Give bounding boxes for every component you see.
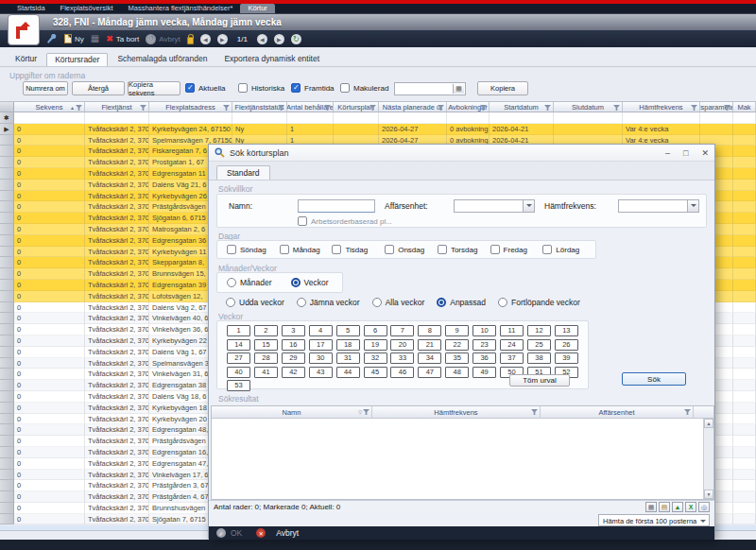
dropdown-button[interactable] xyxy=(687,200,698,212)
copy-date-input[interactable]: ▦ xyxy=(394,82,466,95)
week-button-10[interactable]: 10 xyxy=(472,325,496,336)
row-selector[interactable] xyxy=(0,146,14,157)
result-col-affärsenhet[interactable]: Affärsenhet xyxy=(541,406,694,418)
fetch-count-select[interactable]: Hämta de första 100 posterna xyxy=(598,514,710,526)
tab-körtur[interactable]: Körtur xyxy=(240,4,274,13)
col-header-antal[interactable]: Antal behållare xyxy=(287,102,334,112)
radio-alla-veckor[interactable]: Alla veckor xyxy=(372,298,425,307)
row-selector[interactable] xyxy=(0,135,14,146)
next-record-button[interactable]: ▶ xyxy=(217,34,228,44)
week-button-25[interactable]: 25 xyxy=(527,339,551,351)
day-checkbox-tisdag[interactable]: Tisdag xyxy=(332,245,385,254)
row-selector[interactable] xyxy=(0,424,14,436)
grid-row[interactable]: ▶0Tvåfackskärl 2, 370 lKyrkebyvägen 24, … xyxy=(0,124,756,135)
export-text-icon[interactable]: ▲ xyxy=(672,502,683,512)
row-selector[interactable] xyxy=(0,201,14,213)
row-selector[interactable] xyxy=(0,191,14,202)
week-button-1[interactable]: 1 xyxy=(227,325,250,336)
week-button-42[interactable]: 42 xyxy=(282,367,305,378)
subtab-körtursrader[interactable]: Körtursrader xyxy=(46,53,108,66)
row-selector[interactable] xyxy=(0,391,14,403)
radio-jämna-veckor[interactable]: Jämna veckor xyxy=(297,298,360,307)
week-button-49[interactable]: 49 xyxy=(472,367,496,378)
refresh-icon[interactable]: ↻ xyxy=(291,34,301,44)
col-header-mak[interactable]: Mak xyxy=(733,102,756,112)
week-button-33[interactable]: 33 xyxy=(390,352,414,364)
week-button-38[interactable]: 38 xyxy=(527,352,551,364)
week-button-34[interactable]: 34 xyxy=(418,352,441,364)
week-button-17[interactable]: 17 xyxy=(309,339,333,351)
row-selector[interactable] xyxy=(0,458,14,470)
week-button-27[interactable]: 27 xyxy=(227,352,250,364)
col-header-adress[interactable]: Flexplatsadress xyxy=(149,102,232,112)
subtab-exportera-dynamisk-entitet[interactable]: Exportera dynamisk entitet xyxy=(216,53,327,66)
week-button-22[interactable]: 22 xyxy=(445,339,469,351)
week-button-18[interactable]: 18 xyxy=(336,339,360,351)
name-input[interactable] xyxy=(298,199,375,213)
filter-icon[interactable] xyxy=(531,409,538,415)
week-button-5[interactable]: 5 xyxy=(336,325,360,336)
nav-forward-button[interactable]: ▶ xyxy=(274,34,284,44)
week-button-23[interactable]: 23 xyxy=(472,339,496,351)
week-button-31[interactable]: 31 xyxy=(336,352,360,364)
row-selector[interactable] xyxy=(0,470,14,481)
week-button-4[interactable]: 4 xyxy=(309,325,333,336)
row-selector[interactable] xyxy=(0,480,14,491)
row-selector[interactable] xyxy=(0,491,14,503)
week-button-14[interactable]: 14 xyxy=(227,339,250,351)
week-button-41[interactable]: 41 xyxy=(254,367,278,378)
layout-grid-icon[interactable]: ▦ xyxy=(645,502,657,512)
minimize-icon[interactable]: – xyxy=(665,148,670,158)
nav-back-button[interactable]: ◀ xyxy=(257,34,267,44)
week-button-3[interactable]: 3 xyxy=(282,325,305,336)
copy-sequence-button[interactable]: Kopiera sekvens xyxy=(128,81,180,95)
week-button-6[interactable]: 6 xyxy=(364,325,387,336)
week-button-20[interactable]: 20 xyxy=(390,339,414,351)
week-button-30[interactable]: 30 xyxy=(309,352,333,364)
scroll-up-icon[interactable]: ▲ xyxy=(704,419,713,428)
week-button-15[interactable]: 15 xyxy=(254,339,278,351)
row-selector[interactable] xyxy=(0,380,14,391)
subtab-körtur[interactable]: Körtur xyxy=(8,53,44,66)
col-header-frekvens[interactable]: Hämtfrekvens xyxy=(623,102,700,112)
filter-icon[interactable] xyxy=(613,105,620,111)
row-selector[interactable] xyxy=(0,503,14,514)
week-button-16[interactable]: 16 xyxy=(282,339,305,351)
row-selector[interactable] xyxy=(0,235,14,247)
row-selector[interactable] xyxy=(0,213,14,224)
row-selector[interactable] xyxy=(0,335,14,347)
col-header-pris[interactable]: Prisparameterg xyxy=(700,102,733,112)
week-button-21[interactable]: 21 xyxy=(418,339,441,351)
maximize-icon[interactable]: □ xyxy=(683,148,688,158)
ok-button[interactable]: OK xyxy=(231,528,242,538)
new-row-selector[interactable]: ✱ xyxy=(0,112,14,124)
tab-standard[interactable]: Standard xyxy=(216,165,270,180)
checkbox-framtida[interactable]: Framtida xyxy=(291,83,335,93)
week-button-13[interactable]: 13 xyxy=(555,325,578,336)
col-header-sekvens[interactable]: Sekvens▲ xyxy=(14,102,85,112)
new-button[interactable]: Ny xyxy=(64,34,84,43)
col-header-status[interactable]: Flextjänststatus xyxy=(232,102,287,112)
dialog-cancel-button[interactable]: Avbryt xyxy=(276,528,299,538)
col-header-startdatum[interactable]: Startdatum xyxy=(490,102,554,112)
renumber-button[interactable]: Numrera om xyxy=(23,81,68,95)
subtab-schemalagda-utföranden[interactable]: Schemalagda utföranden xyxy=(110,53,215,66)
week-button-40[interactable]: 40 xyxy=(227,367,250,378)
checkbox-aktuella[interactable]: Aktuella xyxy=(185,83,225,93)
week-button-7[interactable]: 7 xyxy=(390,325,414,336)
export-excel-icon[interactable]: X xyxy=(685,502,696,512)
radio-månader[interactable]: Månader xyxy=(227,278,272,287)
day-checkbox-lördag[interactable]: Lördag xyxy=(542,245,595,254)
filter-icon[interactable] xyxy=(363,409,369,415)
filter-icon[interactable] xyxy=(684,409,691,415)
row-selector[interactable] xyxy=(0,313,14,324)
week-button-29[interactable]: 29 xyxy=(282,352,305,364)
week-button-37[interactable]: 37 xyxy=(500,352,524,364)
row-selector[interactable] xyxy=(0,268,14,280)
row-selector[interactable]: ▶ xyxy=(0,124,14,135)
grid-view-icon[interactable]: ▦ xyxy=(91,34,99,43)
export-html-icon[interactable]: ▤ xyxy=(659,502,670,512)
row-selector[interactable] xyxy=(0,447,14,458)
day-checkbox-måndag[interactable]: Måndag xyxy=(280,245,333,254)
col-header-flextjanst[interactable]: Flextjänst xyxy=(85,102,149,112)
